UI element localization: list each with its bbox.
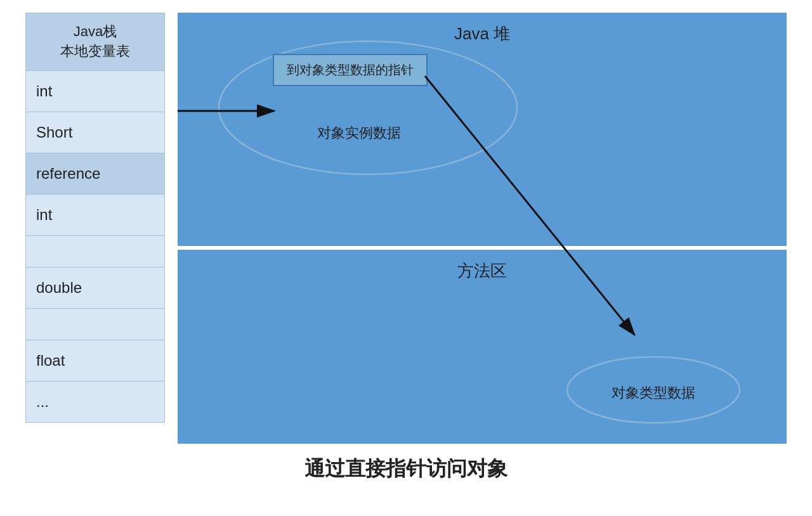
stack-item-int2: int	[25, 195, 165, 236]
stack-item-empty1	[25, 236, 165, 268]
object-type-label: 对象类型数据	[577, 384, 730, 403]
stack-item-empty2	[25, 309, 165, 340]
stack-panel: Java栈本地变量表 int Short reference int doubl…	[25, 13, 165, 444]
stack-item-double: double	[25, 268, 165, 309]
stack-item-reference: reference	[25, 153, 165, 195]
pointer-box: 到对象类型数据的指针	[273, 54, 428, 86]
method-area-title: 方法区	[190, 260, 774, 282]
stack-item-short: Short	[25, 112, 165, 153]
method-section: 方法区 对象类型数据	[178, 250, 787, 444]
instance-data-label: 对象实例数据	[317, 124, 401, 143]
right-panel: Java 堆 到对象类型数据的指针 对象实例数据 方法区	[178, 13, 787, 444]
diagram-wrapper: Java栈本地变量表 int Short reference int doubl…	[25, 13, 787, 444]
bottom-title: 通过直接指针访问对象	[304, 455, 508, 483]
stack-item-float: float	[25, 340, 165, 382]
stack-header: Java栈本地变量表	[25, 13, 165, 71]
stack-item-int1: int	[25, 71, 165, 112]
stack-item-ellipsis: ...	[25, 382, 165, 423]
pointer-box-label: 到对象类型数据的指针	[287, 63, 414, 77]
heap-section: Java 堆 到对象类型数据的指针 对象实例数据	[178, 13, 787, 246]
